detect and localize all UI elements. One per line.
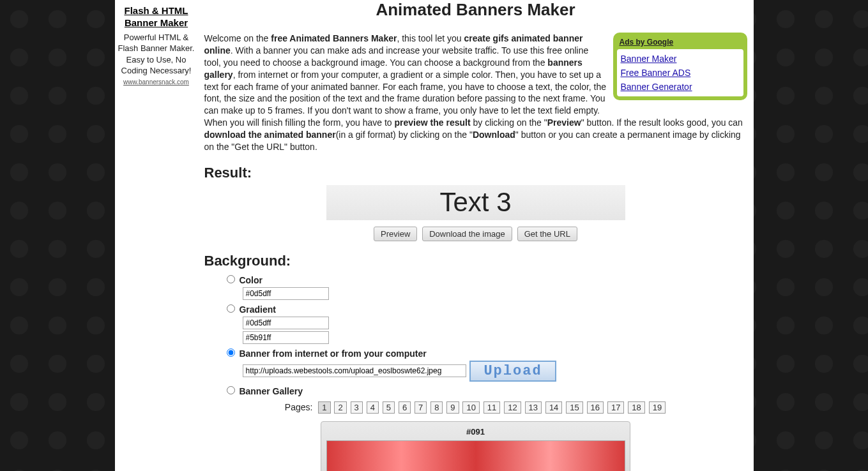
bg-gradient-to-input[interactable] — [243, 331, 329, 344]
background-heading: Background: — [204, 253, 747, 269]
pager-page[interactable]: 2 — [334, 401, 346, 414]
preview-button[interactable]: Preview — [374, 227, 417, 241]
pager-page[interactable]: 18 — [628, 401, 644, 414]
bg-url-label: Banner from internet or from your comput… — [239, 348, 426, 359]
pager-page[interactable]: 16 — [587, 401, 604, 414]
pager: Pages: 1 2 3 4 5 6 7 8 9 10 11 12 13 14 … — [204, 401, 747, 414]
ads-link[interactable]: Free Banner ADS — [621, 66, 740, 80]
bg-url-radio[interactable] — [227, 348, 235, 357]
bg-color-label: Color — [239, 275, 263, 285]
bg-gallery-label: Banner Gallery — [239, 386, 303, 396]
ads-header: Ads by Google — [617, 36, 743, 49]
ads-link[interactable]: Banner Maker — [621, 52, 740, 66]
pager-page[interactable]: 7 — [415, 401, 427, 414]
pager-page[interactable]: 12 — [504, 401, 521, 414]
pager-page[interactable]: 15 — [566, 401, 582, 414]
pager-page[interactable]: 17 — [607, 401, 624, 414]
pager-page[interactable]: 5 — [383, 401, 395, 414]
pager-page[interactable]: 8 — [430, 401, 443, 414]
pager-page[interactable]: 3 — [351, 401, 363, 414]
pager-page[interactable]: 19 — [649, 401, 666, 414]
sidebar-ad-desc: Powerful HTML & Flash Banner Maker. Easy… — [118, 32, 195, 77]
bg-gradient-from-input[interactable] — [243, 317, 329, 329]
pager-page[interactable]: 14 — [545, 401, 562, 414]
pager-label: Pages: — [285, 402, 313, 412]
bg-gradient-label: Gradient — [239, 304, 276, 315]
pager-page[interactable]: 9 — [446, 401, 459, 414]
pager-page[interactable]: 13 — [525, 401, 542, 414]
result-heading: Result: — [204, 165, 747, 181]
gallery-thumbnail — [326, 440, 625, 471]
gallery-item[interactable]: #091 — [321, 421, 630, 471]
sidebar-ad: Flash & HTML Banner Maker Powerful HTML … — [115, 0, 198, 471]
upload-button[interactable]: Upload — [469, 361, 556, 382]
ads-box: Ads by Google Banner Maker Free Banner A… — [613, 33, 747, 100]
result-preview: Text 3 — [326, 185, 625, 220]
bg-url-input[interactable] — [243, 364, 466, 377]
bg-gallery-radio[interactable] — [227, 386, 235, 394]
gallery-caption: #091 — [326, 427, 625, 437]
pager-page[interactable]: 6 — [399, 401, 411, 414]
sidebar-ad-link[interactable]: www.bannersnack.com — [123, 78, 189, 86]
page-title: Animated Banners Maker — [204, 0, 747, 20]
download-button[interactable]: Download the image — [422, 227, 512, 241]
geturl-button[interactable]: Get the URL — [517, 227, 577, 241]
sidebar-ad-title[interactable]: Flash & HTML Banner Maker — [118, 5, 195, 29]
pager-page[interactable]: 1 — [318, 401, 330, 414]
pager-page[interactable]: 4 — [367, 401, 379, 414]
pager-page[interactable]: 11 — [483, 401, 500, 414]
bg-color-radio[interactable] — [227, 275, 235, 283]
bg-gradient-radio[interactable] — [227, 304, 235, 313]
pager-page[interactable]: 10 — [462, 401, 479, 414]
ads-link[interactable]: Banner Generator — [621, 80, 740, 94]
bg-color-input[interactable] — [243, 287, 329, 300]
